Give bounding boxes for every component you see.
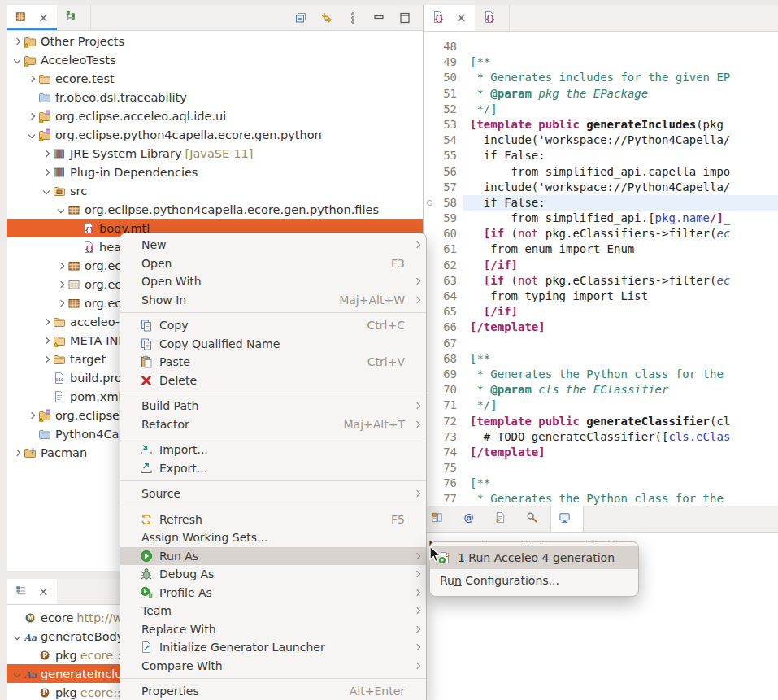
chevron-down-icon[interactable] bbox=[11, 672, 23, 676]
collapse-all-button[interactable] bbox=[294, 11, 307, 24]
chevron-down-icon[interactable] bbox=[41, 189, 52, 193]
tab-package-explorer[interactable]: × bbox=[7, 5, 57, 30]
link-with-editor-button[interactable] bbox=[320, 11, 333, 24]
menu-item-run-as[interactable]: Run As bbox=[120, 547, 426, 566]
close-icon[interactable]: × bbox=[456, 11, 467, 25]
menu-item-build-path[interactable]: Build Path bbox=[120, 397, 426, 415]
tab-console[interactable] bbox=[550, 506, 584, 532]
svg-text:P: P bbox=[42, 689, 47, 697]
chevron-right-icon[interactable] bbox=[55, 263, 67, 268]
search-icon bbox=[526, 511, 538, 526]
menu-item-properties[interactable]: PropertiesAlt+Enter bbox=[120, 682, 426, 700]
chevron-right-icon[interactable] bbox=[26, 413, 37, 418]
tab-header-mtl[interactable]: {} bbox=[475, 5, 510, 31]
menu-item-compare-with[interactable]: Compare With bbox=[120, 657, 426, 676]
code-line-71: 71 */] bbox=[424, 398, 778, 413]
tab-search[interactable] bbox=[519, 506, 550, 532]
chevron-right-icon[interactable] bbox=[26, 114, 37, 119]
menu-item-copy[interactable]: CopyCtrl+C bbox=[120, 316, 426, 335]
menu-separator bbox=[120, 437, 426, 437]
chevron-right-icon[interactable] bbox=[41, 170, 52, 175]
menu-item-label: Source bbox=[141, 487, 180, 500]
close-icon[interactable]: × bbox=[38, 585, 49, 599]
tree-item-jre-system-library[interactable]: JRE System Library[JavaSE-11] bbox=[7, 144, 423, 163]
tree-item-fr-obeo-dsl-traceability[interactable]: fr.obeo.dsl.traceability bbox=[7, 88, 423, 107]
menu-item-label: Paste bbox=[159, 355, 190, 368]
annotation-ruler bbox=[424, 164, 436, 180]
tree-item-org-eclipse-acceleo-aql-ide-ui[interactable]: org.eclipse.acceleo.aql.ide.ui bbox=[7, 107, 423, 125]
chevron-right-icon[interactable] bbox=[11, 39, 23, 44]
folder-plain-icon bbox=[37, 91, 52, 104]
chevron-right-icon[interactable] bbox=[41, 151, 52, 156]
line-number: 49 bbox=[436, 54, 463, 70]
submenu-chevron-icon bbox=[408, 491, 419, 496]
menu-item-replace-with[interactable]: Replace With bbox=[120, 620, 426, 639]
tree-item-label: org.ecl bbox=[85, 259, 124, 272]
line-number: 53 bbox=[436, 117, 463, 133]
tab-outline[interactable]: × bbox=[7, 579, 57, 604]
tab-body-mtl[interactable]: {}× bbox=[424, 5, 475, 31]
tree-item-org-eclipse-python4capella-ecore-gen-python[interactable]: org.eclipse.python4capella.ecore.gen.pyt… bbox=[7, 125, 423, 144]
tab-declaration[interactable] bbox=[487, 506, 519, 532]
paste-icon bbox=[140, 355, 154, 368]
code-line-53: 53[template public generateIncludes(pkg bbox=[424, 117, 778, 133]
chevron-down-icon[interactable] bbox=[11, 634, 23, 639]
minimize-button[interactable] bbox=[372, 11, 385, 24]
tree-item-ecore-test[interactable]: ecore.test bbox=[7, 69, 423, 88]
chevron-right-icon[interactable] bbox=[11, 450, 23, 455]
chevron-down-icon[interactable] bbox=[26, 133, 37, 137]
menu-item-delete[interactable]: Delete bbox=[120, 372, 426, 390]
menu-item-refresh[interactable]: RefreshF5 bbox=[120, 511, 426, 529]
menu-item-team[interactable]: Team bbox=[120, 602, 426, 620]
chevron-right-icon[interactable] bbox=[55, 301, 67, 306]
tree-item-org-eclipse-python4capella-ecore-gen-python-files[interactable]: org.eclipse.python4capella.ecore.gen.pyt… bbox=[7, 200, 423, 219]
chevron-right-icon[interactable] bbox=[26, 76, 37, 81]
chevron-right-icon[interactable] bbox=[41, 357, 52, 362]
run-as-submenu: 1 Run Acceleo 4 generationRun Configurat… bbox=[429, 541, 639, 597]
tree-item-other-projects[interactable]: Other Projects bbox=[7, 32, 423, 50]
menu-item-label: Run As bbox=[159, 550, 198, 563]
menu-item-copy-qualified-name[interactable]: Copy Qualified Name bbox=[120, 335, 426, 354]
menu-item-1-run-acceleo-4-generation[interactable]: 1 Run Acceleo 4 generation bbox=[430, 546, 638, 569]
menu-item-profile-as[interactable]: Profile As bbox=[120, 584, 426, 602]
chevron-down-icon[interactable] bbox=[11, 58, 23, 63]
code-line-60: 60 [if (not pkg.eClassifiers->filter(ec bbox=[424, 226, 778, 241]
maximize-button[interactable] bbox=[398, 11, 411, 24]
chevron-right-icon[interactable] bbox=[55, 282, 67, 287]
menu-item-source[interactable]: Source bbox=[120, 485, 426, 503]
tree-item-src[interactable]: src bbox=[7, 181, 423, 200]
menu-item-debug-as[interactable]: Debug As bbox=[120, 565, 426, 584]
line-number: 73 bbox=[436, 429, 463, 445]
tab-javadoc[interactable]: @ bbox=[455, 506, 487, 532]
menu-item-initialize-generator-launcher[interactable]: Initialize Generator Launcher bbox=[120, 638, 426, 657]
line-number: 63 bbox=[436, 273, 463, 289]
menu-item-show-in[interactable]: Show InMaj+Alt+W bbox=[120, 291, 426, 310]
type-hierarchy-icon bbox=[65, 11, 77, 25]
svg-text:{}: {} bbox=[85, 244, 94, 252]
tree-item-plug-in-dependencies[interactable]: Plug-in Dependencies bbox=[7, 163, 423, 181]
tab-type-hierarchy[interactable] bbox=[57, 5, 91, 30]
tab-problems[interactable] bbox=[424, 506, 455, 532]
menu-item-refactor[interactable]: RefactorMaj+Alt+T bbox=[120, 415, 426, 434]
menu-item-run-configurations-[interactable]: Run Configurations... bbox=[430, 569, 638, 592]
submenu-chevron-icon bbox=[408, 608, 419, 613]
menu-item-export-[interactable]: Export... bbox=[120, 459, 426, 478]
tree-item-label: org.eclipse.python4capella.ecore.gen.pyt… bbox=[55, 128, 322, 141]
chevron-down-icon[interactable] bbox=[55, 207, 67, 212]
line-number: 62 bbox=[436, 258, 463, 273]
menu-item-new[interactable]: New bbox=[120, 236, 426, 254]
chevron-right-icon[interactable] bbox=[41, 320, 52, 324]
menu-item-assign-working-sets-[interactable]: Assign Working Sets... bbox=[120, 528, 426, 547]
menu-item-open[interactable]: OpenF3 bbox=[120, 254, 426, 273]
close-icon[interactable]: × bbox=[38, 11, 49, 25]
chevron-right-icon[interactable] bbox=[41, 338, 52, 343]
tree-item-acceleotests[interactable]: AcceleoTests bbox=[7, 50, 423, 69]
package-empty-icon bbox=[67, 278, 81, 291]
code-line-50: 50 * Generates includes for the given EP bbox=[424, 70, 778, 85]
mtl-editor[interactable]: 4849[**50 * Generates includes for the g… bbox=[424, 32, 778, 506]
menu-item-import-[interactable]: Import... bbox=[120, 441, 426, 459]
menu-item-paste[interactable]: PasteCtrl+V bbox=[120, 353, 426, 372]
menu-separator bbox=[120, 678, 426, 679]
menu-item-open-with[interactable]: Open With bbox=[120, 272, 426, 291]
view-menu-button[interactable] bbox=[346, 11, 359, 24]
